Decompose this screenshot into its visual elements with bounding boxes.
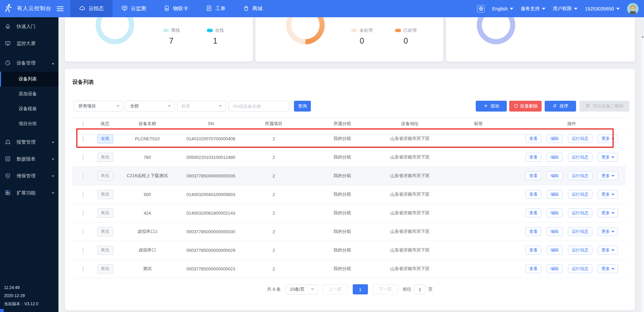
language-label: English bbox=[492, 6, 507, 11]
run-scada-button[interactable]: 运行组态 bbox=[568, 190, 592, 199]
more-button[interactable]: 更多 bbox=[598, 209, 618, 217]
sidebar-item-monitor-screen[interactable]: 监控大屏 bbox=[0, 35, 58, 52]
view-button[interactable]: 查看 bbox=[525, 171, 541, 180]
address-cell: 山东省济南市历下区 bbox=[380, 229, 439, 235]
view-button[interactable]: 查看 bbox=[525, 134, 541, 143]
sidebar-item-project-group[interactable]: 项目分组 bbox=[0, 116, 58, 131]
edit-button[interactable]: 编辑 bbox=[547, 171, 563, 180]
view-button[interactable]: 查看 bbox=[525, 209, 541, 217]
export-qr-button[interactable]: 导出设备二维码 bbox=[579, 101, 629, 112]
sidebar-item-data-report[interactable]: 数据报表 bbox=[0, 151, 58, 168]
batch-delete-button[interactable]: 批量删除 bbox=[509, 101, 542, 112]
total-count-label: 共 8 条 bbox=[267, 286, 280, 292]
edit-button[interactable]: 编辑 bbox=[547, 153, 563, 162]
next-page-button[interactable]: 下一页 bbox=[373, 284, 398, 294]
edit-button[interactable]: 编辑 bbox=[547, 209, 563, 217]
run-scada-button[interactable]: 运行组态 bbox=[568, 227, 592, 236]
page-size-select[interactable]: 10条/页 bbox=[286, 284, 318, 294]
select-all-checkbox[interactable] bbox=[83, 121, 83, 126]
pagination: 共 8 条 10条/页 上一页 1 下一页 前往 页 bbox=[65, 284, 635, 295]
chevron-down-icon bbox=[612, 268, 614, 270]
status-badge: 离线 bbox=[97, 171, 113, 181]
current-page-button[interactable]: 1 bbox=[353, 284, 368, 294]
run-scada-button[interactable]: 运行组态 bbox=[568, 246, 592, 255]
language-dropdown[interactable]: English bbox=[492, 6, 513, 11]
avatar[interactable] bbox=[627, 3, 639, 15]
view-button[interactable]: 查看 bbox=[525, 264, 541, 273]
sidebar-item-maintenance[interactable]: 维保管理 bbox=[0, 168, 58, 185]
add-device-button[interactable]: 添加 bbox=[476, 101, 507, 112]
grid-icon bbox=[5, 190, 11, 197]
sidebar-item-add-device[interactable]: 添加设备 bbox=[0, 87, 58, 101]
tab-cloud-monitor[interactable]: 云监测 bbox=[113, 0, 155, 17]
sn-cell: 01400320061600002143 bbox=[178, 211, 243, 216]
view-button[interactable]: 查看 bbox=[525, 190, 541, 199]
tab-mall[interactable]: 商城 bbox=[234, 0, 271, 17]
more-button[interactable]: 更多 bbox=[598, 134, 618, 143]
sidebar-item-extensions[interactable]: 扩展功能 bbox=[0, 185, 58, 201]
row-checkbox[interactable] bbox=[83, 229, 83, 234]
edit-button[interactable]: 编辑 bbox=[547, 134, 563, 143]
row-checkbox[interactable] bbox=[83, 192, 83, 197]
edit-button[interactable]: 编辑 bbox=[547, 246, 563, 255]
user-permission-dropdown[interactable]: 用户权限 bbox=[553, 6, 577, 12]
search-input[interactable] bbox=[228, 101, 289, 112]
row-checkbox[interactable] bbox=[83, 173, 83, 178]
search-button[interactable]: 查询 bbox=[294, 101, 311, 112]
more-button[interactable]: 更多 bbox=[598, 153, 618, 162]
view-button[interactable]: 查看 bbox=[525, 153, 541, 162]
unhandled-count: 0 bbox=[342, 37, 382, 46]
more-button[interactable]: 更多 bbox=[598, 264, 618, 273]
row-checkbox[interactable] bbox=[83, 136, 83, 141]
tab-work-order[interactable]: 工单 bbox=[197, 0, 234, 17]
sidebar-item-label: 报警管理 bbox=[17, 139, 35, 145]
account-dropdown[interactable]: 15253035650 bbox=[585, 6, 620, 11]
more-button[interactable]: 更多 bbox=[598, 190, 618, 199]
tag-filter-select[interactable]: 标签 bbox=[177, 101, 226, 112]
prev-page-button[interactable]: 上一页 bbox=[323, 284, 348, 294]
sidebar-item-alarm-management[interactable]: 报警管理 bbox=[0, 134, 58, 151]
column-header-status: 状态 bbox=[94, 121, 116, 127]
sn-cell: 00037785000000000029 bbox=[178, 248, 243, 253]
more-button[interactable]: 更多 bbox=[598, 171, 618, 180]
tab-iot-sim[interactable]: 物联卡 bbox=[155, 0, 197, 17]
row-checkbox[interactable] bbox=[83, 155, 83, 160]
project-filter-select[interactable]: 所有项目 bbox=[74, 101, 123, 112]
sidebar-item-quick-start[interactable]: 快速入门 bbox=[0, 18, 58, 35]
edit-button[interactable]: 编辑 bbox=[547, 227, 563, 236]
legend-label: 离线 bbox=[171, 27, 180, 33]
run-scada-button[interactable]: 运行组态 bbox=[568, 153, 592, 162]
edit-button[interactable]: 编辑 bbox=[547, 190, 563, 199]
row-checkbox[interactable] bbox=[83, 266, 83, 271]
goto-page-input[interactable] bbox=[414, 285, 426, 294]
view-button[interactable]: 查看 bbox=[525, 246, 541, 255]
row-checkbox[interactable] bbox=[83, 211, 83, 216]
vertical-scrollbar[interactable] bbox=[641, 34, 644, 312]
run-scada-button[interactable]: 运行组态 bbox=[568, 209, 592, 217]
more-button[interactable]: 更多 bbox=[598, 227, 618, 236]
more-button[interactable]: 更多 bbox=[598, 246, 618, 255]
sidebar-item-device-template[interactable]: 设备模板 bbox=[0, 101, 58, 116]
sidebar-item-device-list[interactable]: 设备列表 bbox=[0, 72, 58, 87]
tab-cloud-scada[interactable]: 云组态 bbox=[70, 0, 113, 17]
sidebar-item-device-management[interactable]: 设备管理 bbox=[0, 55, 58, 72]
chevron-down-icon bbox=[52, 159, 54, 160]
sort-button[interactable]: 排序 bbox=[545, 101, 576, 112]
status-filter-select[interactable]: 全部 bbox=[126, 101, 175, 112]
unhandled-swatch bbox=[351, 29, 357, 32]
hamburger-menu-icon[interactable] bbox=[57, 6, 64, 11]
run-scada-button[interactable]: 运行组态 bbox=[568, 264, 592, 273]
table-row: 离线 424 01400320061600002143 2 我的分组 山东省济南… bbox=[72, 204, 626, 222]
button-label: 添加 bbox=[491, 103, 499, 109]
view-button[interactable]: 查看 bbox=[525, 227, 541, 236]
service-support-dropdown[interactable]: 服务支持 bbox=[521, 6, 545, 12]
edit-button[interactable]: 编辑 bbox=[547, 264, 563, 273]
stats-cards: 离线 7 在线 1 未处理 0 已处理 0 bbox=[65, 17, 635, 62]
sidebar-item-label: 快速入门 bbox=[17, 24, 35, 30]
run-scada-button[interactable]: 运行组态 bbox=[568, 171, 592, 180]
run-scada-button[interactable]: 运行组态 bbox=[568, 134, 592, 143]
tab-label: 商城 bbox=[252, 5, 263, 12]
column-header-tag: 标签 bbox=[439, 121, 518, 127]
nav-tabs: 云组态 云监测 物联卡 bbox=[70, 0, 271, 17]
row-checkbox[interactable] bbox=[83, 248, 83, 253]
